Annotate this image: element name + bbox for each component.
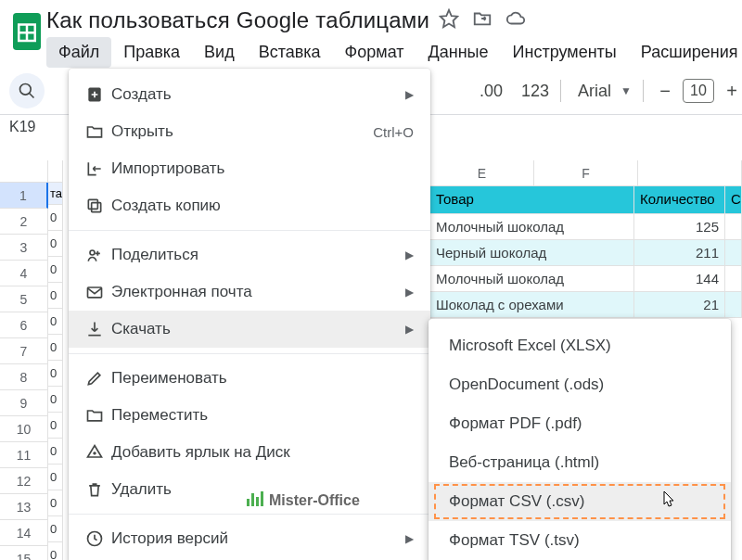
cell[interactable]: Черный шоколад bbox=[430, 240, 634, 266]
rename-icon bbox=[85, 369, 111, 388]
drive-shortcut-icon bbox=[85, 443, 111, 462]
row-header[interactable]: 8 bbox=[0, 364, 48, 390]
row-header[interactable]: 12 bbox=[0, 468, 48, 494]
download-pdf[interactable]: Формат PDF (.pdf) bbox=[429, 404, 731, 443]
file-menu: Создать ▶ Открыть Ctrl+O Импортировать С… bbox=[69, 69, 430, 560]
search-button[interactable] bbox=[9, 73, 45, 108]
import-icon bbox=[85, 159, 111, 178]
row-header[interactable]: 9 bbox=[0, 390, 48, 416]
svg-line-6 bbox=[30, 94, 34, 98]
cursor-pointer-icon bbox=[659, 490, 677, 515]
menu-bar: Файл Правка Вид Вставка Формат Данные Ин… bbox=[46, 37, 742, 68]
download-csv[interactable]: Формат CSV (.csv) bbox=[429, 482, 731, 521]
row-header[interactable]: 6 bbox=[0, 312, 48, 338]
row-header[interactable]: 7 bbox=[0, 338, 48, 364]
folder-icon bbox=[85, 122, 111, 141]
file-menu-make-copy[interactable]: Создать копию bbox=[69, 187, 430, 224]
cell[interactable]: Молочный шоколад bbox=[430, 214, 634, 240]
svg-rect-8 bbox=[92, 203, 101, 212]
chevron-right-icon: ▶ bbox=[405, 323, 414, 336]
menu-data[interactable]: Данные bbox=[416, 37, 501, 68]
cell[interactable]: 144 bbox=[634, 266, 725, 292]
move-folder-icon[interactable] bbox=[472, 8, 493, 32]
font-size-decrease[interactable]: − bbox=[655, 81, 675, 102]
chevron-down-icon[interactable]: ▼ bbox=[620, 84, 632, 97]
sheet-grid[interactable]: E F Товар Количество С Молочный шоколад … bbox=[430, 160, 742, 318]
file-menu-move[interactable]: Переместить bbox=[69, 397, 430, 434]
menu-insert[interactable]: Вставка bbox=[247, 37, 333, 68]
file-menu-share[interactable]: Поделиться ▶ bbox=[69, 236, 430, 274]
row-header[interactable]: 11 bbox=[0, 442, 48, 468]
row-header[interactable]: 3 bbox=[0, 235, 48, 261]
download-ods[interactable]: OpenDocument (.ods) bbox=[429, 365, 731, 404]
cell[interactable]: 125 bbox=[634, 214, 725, 240]
row-header[interactable]: 10 bbox=[0, 416, 48, 442]
chevron-right-icon: ▶ bbox=[405, 286, 414, 299]
doc-title[interactable]: Как пользоваться Google таблицами bbox=[46, 7, 429, 33]
chevron-right-icon: ▶ bbox=[405, 88, 414, 101]
file-menu-import[interactable]: Импортировать bbox=[69, 150, 430, 187]
menu-view[interactable]: Вид bbox=[192, 37, 247, 68]
file-menu-download[interactable]: Скачать ▶ bbox=[69, 311, 430, 348]
cloud-status-icon[interactable] bbox=[505, 8, 526, 32]
file-menu-email[interactable]: Электронная почта ▶ bbox=[69, 274, 430, 311]
menu-edit[interactable]: Правка bbox=[111, 37, 192, 68]
trash-icon bbox=[85, 480, 111, 499]
toolbar-123[interactable]: 123 bbox=[521, 82, 549, 101]
toolbar-decimal[interactable]: .00 bbox=[480, 82, 503, 101]
cell[interactable]: Шоколад с орехами bbox=[430, 292, 634, 318]
font-size-value[interactable]: 10 bbox=[683, 79, 714, 103]
menu-file[interactable]: Файл bbox=[46, 37, 111, 68]
partial-column: та 0 0 0 0 0 0 0 0 0 0 0 0 0 0 bbox=[48, 160, 63, 560]
file-menu-add-shortcut[interactable]: Добавить ярлык на Диск bbox=[69, 434, 430, 471]
header-cell[interactable]: Количество bbox=[634, 186, 725, 214]
name-box[interactable]: K19 bbox=[9, 119, 35, 135]
col-header-f[interactable]: F bbox=[534, 160, 638, 186]
svg-rect-9 bbox=[88, 199, 97, 209]
header-cell[interactable]: Товар bbox=[430, 186, 634, 214]
cell[interactable]: 211 bbox=[634, 240, 725, 266]
row-headers: 1 2 3 4 5 6 7 8 9 10 11 12 13 14 15 bbox=[0, 160, 48, 560]
share-icon bbox=[85, 246, 111, 264]
svg-point-5 bbox=[20, 84, 32, 95]
menu-format[interactable]: Формат bbox=[333, 37, 416, 68]
download-tsv[interactable]: Формат TSV (.tsv) bbox=[429, 521, 731, 560]
menu-extensions[interactable]: Расширения bbox=[629, 37, 742, 68]
download-submenu: Microsoft Excel (XLSX) OpenDocument (.od… bbox=[429, 319, 731, 560]
header-cell[interactable]: С bbox=[725, 186, 742, 214]
watermark: Mister-Office bbox=[247, 491, 360, 510]
shortcut-label: Ctrl+O bbox=[373, 124, 414, 140]
cell[interactable]: 21 bbox=[634, 292, 725, 318]
new-file-icon bbox=[85, 85, 111, 104]
move-icon bbox=[85, 406, 111, 425]
chevron-right-icon: ▶ bbox=[405, 248, 414, 261]
history-icon bbox=[85, 529, 111, 548]
font-family-selector[interactable]: Arial bbox=[572, 82, 617, 101]
col-header-e[interactable]: E bbox=[430, 160, 534, 186]
row-header[interactable]: 13 bbox=[0, 494, 48, 520]
file-menu-rename[interactable]: Переименовать bbox=[69, 360, 430, 397]
file-menu-version-history[interactable]: История версий ▶ bbox=[69, 520, 430, 557]
font-size-increase[interactable]: + bbox=[722, 81, 742, 102]
star-icon[interactable] bbox=[439, 8, 459, 32]
row-header[interactable]: 14 bbox=[0, 520, 48, 546]
sheets-logo[interactable] bbox=[7, 6, 46, 57]
svg-point-10 bbox=[90, 250, 95, 255]
row-header[interactable]: 2 bbox=[0, 209, 48, 235]
menu-tools[interactable]: Инструменты bbox=[501, 37, 629, 68]
row-header[interactable]: 5 bbox=[0, 286, 48, 312]
download-html[interactable]: Веб-страница (.html) bbox=[429, 443, 731, 482]
row-header[interactable]: 4 bbox=[0, 261, 48, 286]
file-menu-create[interactable]: Создать ▶ bbox=[69, 76, 430, 113]
chevron-right-icon: ▶ bbox=[405, 532, 414, 545]
svg-marker-4 bbox=[441, 10, 457, 27]
row-header[interactable]: 1 bbox=[0, 183, 48, 209]
email-icon bbox=[85, 283, 111, 301]
file-menu-open[interactable]: Открыть Ctrl+O bbox=[69, 113, 430, 150]
cell[interactable]: Молочный шоколад bbox=[430, 266, 634, 292]
download-icon bbox=[85, 320, 111, 338]
row-header[interactable]: 15 bbox=[0, 546, 48, 560]
copy-icon bbox=[85, 197, 111, 215]
download-xlsx[interactable]: Microsoft Excel (XLSX) bbox=[429, 326, 731, 365]
